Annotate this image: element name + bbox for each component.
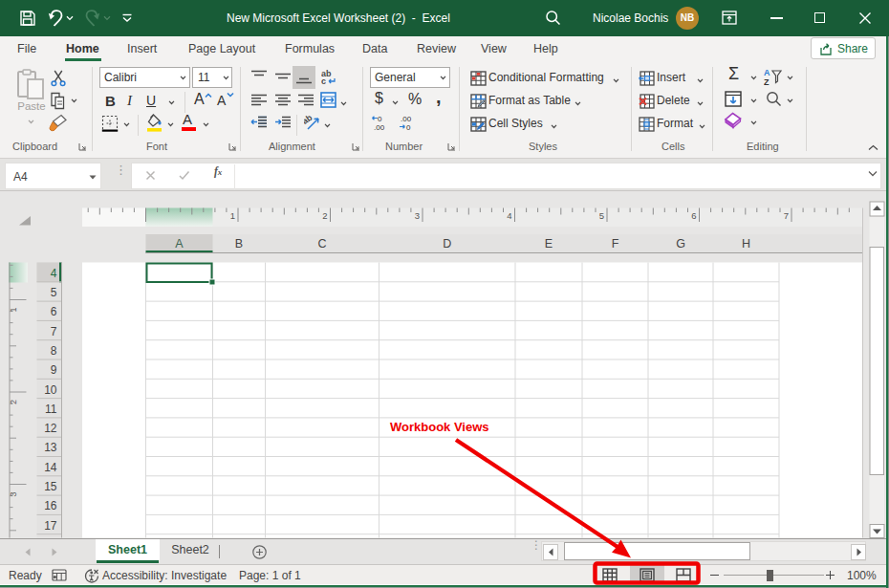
svg-text:10: 10 [44, 383, 57, 397]
svg-text:0: 0 [406, 123, 411, 132]
svg-text:D: D [443, 237, 451, 250]
svg-text:7: 7 [784, 210, 789, 221]
svg-text:0: 0 [378, 115, 382, 123]
svg-text:c: c [321, 76, 326, 86]
svg-text:2: 2 [9, 400, 18, 404]
svg-text:6: 6 [51, 305, 57, 318]
svg-text:F: F [612, 237, 619, 250]
svg-text:B: B [235, 237, 243, 250]
svg-text:Z: Z [764, 77, 770, 86]
svg-text:A: A [764, 68, 770, 77]
svg-text:.00: .00 [401, 115, 412, 123]
svg-text:12: 12 [44, 422, 57, 435]
svg-text:1: 1 [9, 307, 18, 312]
svg-text:7: 7 [51, 325, 57, 338]
svg-text:H: H [742, 237, 750, 250]
svg-text:A: A [175, 237, 184, 250]
svg-text:4: 4 [507, 210, 511, 221]
svg-text:15: 15 [44, 480, 57, 493]
svg-text:6: 6 [691, 210, 696, 221]
svg-text:3: 3 [415, 210, 420, 221]
svg-text:4: 4 [51, 267, 57, 280]
svg-text:9: 9 [51, 363, 57, 377]
svg-text:17: 17 [44, 519, 57, 533]
svg-text:E: E [545, 237, 553, 250]
svg-text:1: 1 [230, 210, 235, 221]
svg-text:8: 8 [51, 344, 57, 358]
svg-text:G: G [676, 237, 685, 250]
svg-text:C: C [317, 237, 326, 250]
svg-text:5: 5 [51, 286, 57, 299]
svg-text:2: 2 [322, 210, 327, 221]
svg-text:16: 16 [44, 499, 57, 512]
svg-text:3: 3 [9, 491, 18, 496]
svg-text:11: 11 [45, 403, 57, 416]
svg-text:14: 14 [44, 461, 57, 474]
svg-text:.00: .00 [374, 123, 385, 132]
svg-text:5: 5 [599, 210, 604, 221]
svg-text:13: 13 [44, 441, 57, 454]
